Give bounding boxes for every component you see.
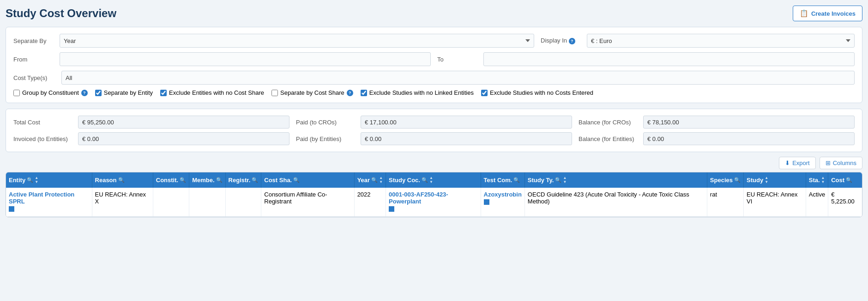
group-constituent-checkbox[interactable]: [13, 90, 20, 96]
cell-cost: € 5,225.00: [828, 188, 862, 217]
separate-by-label: Separate By: [13, 37, 55, 44]
test-compound-link[interactable]: Azoxystrobin: [484, 191, 522, 198]
data-table-wrapper: Entity 🔍 ▲▼ Reason 🔍 Constit. 🔍: [6, 172, 862, 217]
cell-reason: EU REACH: Annex X: [92, 188, 153, 217]
study-code-sort[interactable]: ▲▼: [429, 176, 433, 184]
table-row: Active Plant Protection SPRL EU REACH: A…: [6, 188, 862, 217]
constituent-search-icon[interactable]: 🔍: [180, 177, 186, 183]
checkbox-separate-cost-share: Separate by Cost Share ?: [271, 89, 353, 96]
invoiced-label: Invoiced (to Entities): [13, 135, 73, 142]
exclude-no-cost-share-checkbox[interactable]: [160, 90, 167, 96]
total-cost-group: Total Cost: [13, 116, 289, 129]
toolbar-row: ⬇ Export ⊞ Columns: [6, 157, 862, 169]
col-constituent: Constit. 🔍: [153, 172, 189, 188]
cell-constituent: [153, 188, 189, 217]
filter-row-2: From To: [13, 52, 855, 66]
cost-share-search-icon[interactable]: 🔍: [293, 177, 300, 183]
cost-search-icon[interactable]: 🔍: [846, 177, 852, 183]
paid-entities-value: [361, 132, 572, 145]
paid-cros-label: Paid (to CROs): [296, 119, 356, 126]
exclude-no-costs-checkbox[interactable]: [481, 90, 488, 96]
col-entity: Entity 🔍 ▲▼: [6, 172, 92, 188]
separate-cost-share-label: Separate by Cost Share: [280, 89, 344, 96]
separate-cost-share-help-icon[interactable]: ?: [347, 90, 353, 96]
exclude-no-linked-checkbox[interactable]: [361, 90, 367, 96]
col-test-compound: Test Com. 🔍: [481, 172, 524, 188]
year-search-icon[interactable]: 🔍: [371, 177, 378, 183]
cell-study-type: OECD Guideline 423 (Acute Oral Toxicity …: [524, 188, 707, 217]
cell-study: EU REACH: Annex VI: [744, 188, 806, 217]
entity-color-swatch: [9, 206, 14, 212]
display-in-help-icon[interactable]: ?: [569, 38, 575, 44]
separate-by-group: Separate By Year: [13, 34, 534, 48]
total-cost-label: Total Cost: [13, 119, 73, 126]
group-constituent-help-icon[interactable]: ?: [81, 90, 88, 96]
registrant-search-icon[interactable]: 🔍: [252, 177, 258, 183]
from-label: From: [13, 56, 55, 63]
from-input[interactable]: [60, 52, 431, 66]
page-title: Study Cost Overview: [6, 7, 116, 20]
separate-entity-checkbox[interactable]: [95, 90, 102, 96]
total-cost-value: [78, 116, 289, 129]
col-cost-share: Cost Sha. 🔍: [261, 172, 354, 188]
exclude-no-costs-label: Exclude Studies with no Costs Entered: [490, 89, 593, 96]
entity-search-icon[interactable]: 🔍: [27, 177, 33, 183]
col-cost: Cost 🔍: [828, 172, 862, 188]
test-compound-color-swatch: [484, 199, 489, 205]
to-group: To: [437, 52, 855, 66]
study-type-sort[interactable]: ▲▼: [563, 176, 567, 184]
create-invoices-button[interactable]: 📋 Create Invoices: [793, 6, 862, 21]
study-code-link[interactable]: 0001-003-AF250-423-Powerplant: [389, 191, 448, 205]
test-compound-search-icon[interactable]: 🔍: [513, 177, 520, 183]
status-sort[interactable]: ▲▼: [821, 176, 825, 184]
year-sort[interactable]: ▲▼: [379, 176, 383, 184]
cell-cost-share: Consortium Affiliate Co-Registrant: [261, 188, 354, 217]
display-in-group: Display In ? € : Euro: [541, 34, 855, 48]
cell-status: Active: [806, 188, 828, 217]
member-search-icon[interactable]: 🔍: [216, 177, 223, 183]
reason-search-icon[interactable]: 🔍: [118, 177, 125, 183]
data-table: Entity 🔍 ▲▼ Reason 🔍 Constit. 🔍: [6, 172, 862, 217]
study-code-search-icon[interactable]: 🔍: [422, 177, 428, 183]
to-input[interactable]: [483, 52, 855, 66]
cell-test-compound: Azoxystrobin: [481, 188, 524, 217]
filter-row-3: Cost Type(s): [13, 71, 855, 85]
export-button[interactable]: ⬇ Export: [779, 157, 816, 169]
cell-study-code: 0001-003-AF250-423-Powerplant: [386, 188, 481, 217]
summary-row-2: Invoiced (to Entities) Paid (by Entities…: [13, 132, 855, 145]
separate-by-select[interactable]: Year: [60, 34, 534, 48]
invoice-icon: 📋: [800, 9, 808, 18]
columns-icon: ⊞: [826, 160, 831, 166]
col-study-type: Study Ty. 🔍 ▲▼: [524, 172, 707, 188]
cost-types-input[interactable]: [61, 71, 855, 85]
filter-row-1: Separate By Year Display In ? € : Euro: [13, 34, 855, 48]
study-sort[interactable]: ▲▼: [765, 176, 768, 184]
col-registrant: Registr. 🔍: [225, 172, 261, 188]
checkbox-exclude-no-cost-share: Exclude Entities with no Cost Share: [160, 89, 264, 96]
col-status: Sta. ▲▼: [806, 172, 828, 188]
balance-cros-value: [643, 116, 855, 129]
col-member: Membe. 🔍: [189, 172, 225, 188]
to-label: To: [437, 56, 479, 63]
species-search-icon[interactable]: 🔍: [734, 177, 741, 183]
cell-entity: Active Plant Protection SPRL: [6, 188, 92, 217]
balance-entities-value: [643, 132, 855, 145]
paid-entities-label: Paid (by Entities): [296, 135, 356, 142]
filter-card: Separate By Year Display In ? € : Euro F…: [6, 27, 862, 103]
col-reason: Reason 🔍: [92, 172, 153, 188]
study-type-search-icon[interactable]: 🔍: [555, 177, 561, 183]
columns-button[interactable]: ⊞ Columns: [820, 157, 862, 169]
entity-sort[interactable]: ▲▼: [35, 176, 38, 184]
checkbox-separate-entity: Separate by Entity: [95, 89, 153, 96]
display-in-select[interactable]: € : Euro: [587, 34, 855, 48]
separate-entity-label: Separate by Entity: [104, 89, 153, 96]
invoiced-group: Invoiced (to Entities): [13, 132, 289, 145]
summary-row-1: Total Cost Paid (to CROs) Balance (for C…: [13, 116, 855, 129]
table-header-row: Entity 🔍 ▲▼ Reason 🔍 Constit. 🔍: [6, 172, 862, 188]
separate-cost-share-checkbox[interactable]: [271, 90, 278, 96]
cell-registrant: [225, 188, 261, 217]
checkbox-exclude-no-linked: Exclude Studies with no Linked Entities: [361, 89, 474, 96]
cell-year: 2022: [354, 188, 386, 217]
entity-link[interactable]: Active Plant Protection SPRL: [9, 191, 74, 205]
checkbox-exclude-no-costs: Exclude Studies with no Costs Entered: [481, 89, 593, 96]
